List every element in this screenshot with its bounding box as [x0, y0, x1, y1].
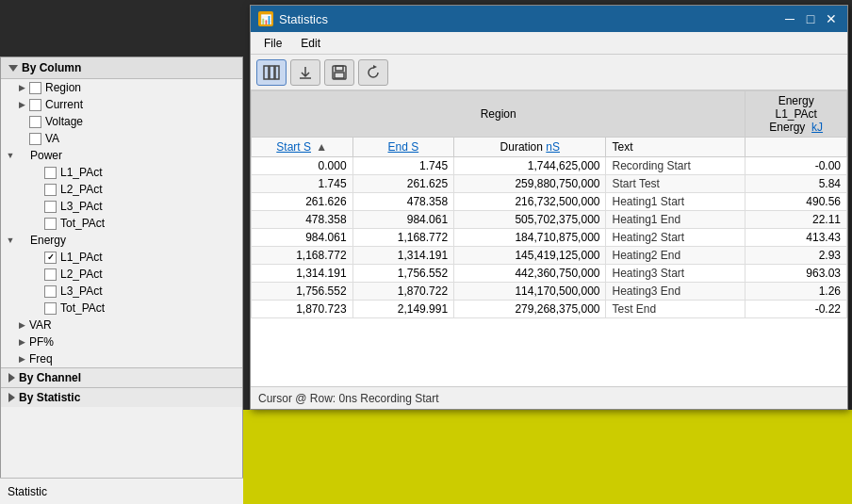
col-text[interactable]: Text	[606, 138, 746, 157]
freq-label: Freq	[29, 352, 53, 366]
sidebar-item-energy[interactable]: ▼ Energy	[1, 232, 242, 249]
table-row[interactable]: 1,870.723 2,149.991 279,268,375,000 Test…	[252, 301, 847, 318]
svg-rect-0	[264, 66, 269, 79]
sidebar-item-l2pact-energy[interactable]: L2_PAct	[1, 266, 242, 283]
l1pact-power-label: L1_PAct	[60, 166, 102, 179]
current-arrow	[16, 99, 27, 110]
svg-rect-1	[270, 66, 274, 79]
l3pact-energy-arrow	[31, 285, 42, 297]
menu-edit[interactable]: Edit	[295, 36, 326, 51]
current-checkbox[interactable]	[29, 99, 41, 111]
sidebar-item-l2pact-power[interactable]: L2_PAct	[1, 181, 242, 198]
cell-start: 1,870.723	[252, 301, 353, 318]
l2pact-power-checkbox[interactable]	[44, 184, 57, 196]
sidebar-item-pf[interactable]: PF%	[1, 333, 242, 350]
columns-icon	[263, 64, 280, 81]
refresh-icon	[365, 64, 382, 81]
cell-start: 478.358	[252, 211, 353, 229]
table-row[interactable]: 1,756.552 1,870.722 114,170,500,000 Heat…	[252, 283, 847, 301]
col-energy[interactable]	[746, 138, 847, 157]
cell-end: 478.358	[352, 193, 454, 211]
var-label: VAR	[29, 318, 52, 332]
col-end[interactable]: End S	[352, 138, 454, 157]
l2pact-power-label: L2_PAct	[60, 183, 102, 196]
cell-end: 984.061	[352, 211, 454, 229]
totpact-power-arrow	[31, 218, 42, 229]
save-button[interactable]	[324, 59, 354, 86]
cell-end: 1,168.772	[352, 229, 454, 247]
minimize-button[interactable]: ─	[781, 10, 798, 27]
cell-duration: 145,419,125,000	[454, 247, 606, 265]
cell-end: 261.625	[352, 175, 454, 193]
sidebar-item-l3pact-energy[interactable]: L3_PAct	[1, 283, 242, 300]
svg-rect-5	[335, 73, 344, 78]
l1pact-energy-checkbox[interactable]	[44, 252, 57, 264]
table-row[interactable]: 1,168.772 1,314.191 145,419,125,000 Heat…	[252, 247, 847, 265]
l1pact-power-checkbox[interactable]	[44, 167, 57, 179]
cell-duration: 259,880,750,000	[454, 175, 606, 193]
cell-duration: 442,360,750,000	[454, 265, 606, 283]
totpact-power-checkbox[interactable]	[44, 218, 57, 230]
energy-expand-icon: ▼	[5, 235, 16, 246]
va-checkbox[interactable]	[29, 133, 41, 145]
by-channel-expand-icon	[8, 373, 15, 382]
table-row[interactable]: 984.061 1,168.772 184,710,875,000 Heatin…	[252, 229, 847, 247]
table-row[interactable]: 478.358 984.061 505,702,375,000 Heating1…	[252, 211, 847, 229]
sidebar-item-l1pact-energy[interactable]: L1_PAct	[1, 249, 242, 266]
l3pact-power-label: L3_PAct	[60, 200, 102, 213]
l3pact-energy-checkbox[interactable]	[44, 285, 57, 298]
table-row[interactable]: 261.626 478.358 216,732,500,000 Heating1…	[252, 193, 847, 211]
table-row[interactable]: 1,314.191 1,756.552 442,360,750,000 Heat…	[252, 265, 847, 283]
region-checkbox[interactable]	[29, 82, 41, 94]
menu-bar: File Edit	[251, 32, 847, 55]
sidebar-item-region[interactable]: Region	[1, 79, 242, 96]
sidebar-item-var[interactable]: VAR	[1, 317, 242, 333]
col-start-label: Start S	[276, 140, 311, 154]
pf-arrow	[16, 336, 27, 348]
l3pact-power-checkbox[interactable]	[44, 201, 57, 213]
stats-window-icon: 📊	[258, 11, 273, 26]
power-expand-icon: ▼	[5, 150, 16, 161]
cell-text: Test End	[606, 301, 746, 318]
region-group-header: Region	[252, 91, 746, 138]
col-duration-label: nS	[546, 140, 560, 154]
l1pact-energy-label: L1_PAct	[60, 251, 102, 264]
sidebar-section-by-statistic[interactable]: By Statistic	[1, 387, 242, 407]
sidebar-header[interactable]: By Column	[1, 57, 242, 79]
sidebar-item-current[interactable]: Current	[1, 96, 242, 113]
cell-energy: 1.26	[746, 283, 847, 301]
table-row[interactable]: 1.745 261.625 259,880,750,000 Start Test…	[252, 175, 847, 193]
col-start[interactable]: Start S ▲	[252, 138, 353, 157]
l2pact-energy-checkbox[interactable]	[44, 268, 57, 281]
sidebar-item-va[interactable]: VA	[1, 130, 242, 147]
cell-end: 1.745	[352, 157, 454, 175]
table-row[interactable]: 0.000 1.745 1,744,625,000 Recording Star…	[252, 157, 847, 175]
export-button[interactable]	[290, 59, 320, 86]
cell-text: Start Test	[606, 175, 746, 193]
totpact-energy-checkbox[interactable]	[44, 302, 57, 315]
sidebar-item-totpact-power[interactable]: Tot_PAct	[1, 215, 242, 232]
maximize-button[interactable]: □	[802, 10, 819, 27]
col-duration[interactable]: Duration nS	[454, 138, 606, 157]
cell-end: 2,149.991	[352, 301, 454, 318]
sidebar-item-l1pact-power[interactable]: L1_PAct	[1, 164, 242, 181]
columns-button[interactable]	[256, 59, 287, 86]
sidebar-item-totpact-energy[interactable]: Tot_PAct	[1, 300, 242, 317]
by-statistic-label: By Statistic	[19, 391, 80, 404]
refresh-button[interactable]	[358, 59, 388, 86]
cell-text: Heating1 Start	[606, 193, 746, 211]
sidebar-item-freq[interactable]: Freq	[1, 350, 242, 367]
menu-file[interactable]: File	[258, 36, 287, 51]
close-button[interactable]: ✕	[823, 10, 840, 27]
sidebar-item-l3pact-power[interactable]: L3_PAct	[1, 198, 242, 215]
cell-start: 1.745	[252, 175, 353, 193]
statistics-table-area[interactable]: Region EnergyL1_PActEnergy kJ Start S ▲ …	[251, 90, 847, 386]
l2pact-energy-label: L2_PAct	[60, 268, 102, 281]
sidebar-item-power[interactable]: ▼ Power	[1, 147, 242, 164]
voltage-checkbox[interactable]	[29, 116, 41, 128]
cell-start: 0.000	[252, 157, 353, 175]
cell-start: 984.061	[252, 229, 353, 247]
cell-energy: 5.84	[746, 175, 847, 193]
sidebar-item-voltage[interactable]: Voltage	[1, 113, 242, 130]
sidebar-section-by-channel[interactable]: By Channel	[1, 367, 242, 387]
